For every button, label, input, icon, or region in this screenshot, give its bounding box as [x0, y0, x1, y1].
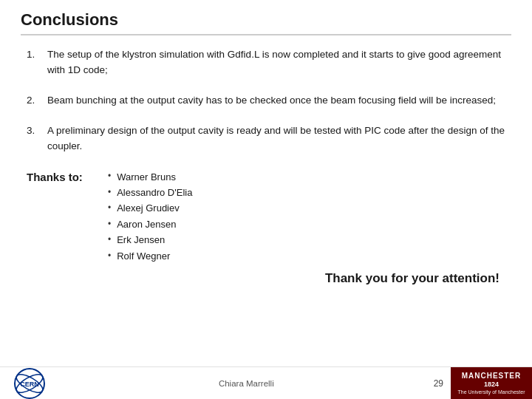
- thanks-item-4: •Aaron Jensen: [108, 216, 192, 232]
- footer: CERN Chiara Marrelli 29 MANCHESTER 1824 …: [0, 366, 532, 399]
- conclusions-list: 1. The setup of the klystron simulation …: [27, 47, 505, 154]
- presenter-name: Chiara Marrelli: [59, 379, 434, 388]
- bullet-6: •: [108, 249, 111, 264]
- bullet-2: •: [108, 185, 111, 200]
- item-text-2: Beam bunching at the output cavity has t…: [47, 93, 496, 109]
- manchester-year: 1824: [457, 381, 525, 389]
- item-number-1: 1.: [27, 47, 47, 78]
- manchester-name: MANCHESTER: [457, 371, 525, 381]
- conclusion-item-2: 2. Beam bunching at the output cavity ha…: [27, 93, 505, 109]
- title-section: Conclusions: [21, 10, 511, 35]
- thanks-item-2: •Alessandro D'Elia: [108, 185, 192, 200]
- manchester-logo: MANCHESTER 1824 The University of Manche…: [451, 367, 532, 400]
- bullet-4: •: [108, 217, 111, 232]
- thanks-item-3: •Alexej Grudiev: [108, 200, 192, 216]
- thank-you-text: Thank you for your attention!: [27, 271, 505, 286]
- svg-text:CERN: CERN: [20, 381, 39, 388]
- footer-middle: Chiara Marrelli: [59, 379, 434, 388]
- thanks-label: Thanks to:: [27, 169, 108, 265]
- conclusion-item-1: 1. The setup of the klystron simulation …: [27, 47, 505, 78]
- thanks-item-1: •Warner Bruns: [108, 169, 192, 185]
- cern-logo-area: CERN: [0, 367, 59, 400]
- footer-right-area: 29 MANCHESTER 1824 The University of Man…: [434, 367, 532, 400]
- manchester-text: MANCHESTER 1824 The University of Manche…: [457, 371, 525, 396]
- bullet-1: •: [108, 169, 111, 184]
- page-number: 29: [434, 378, 451, 389]
- item-number-3: 3.: [27, 123, 47, 154]
- thanks-item-6: •Rolf Wegner: [108, 248, 192, 264]
- bullet-3: •: [108, 201, 111, 216]
- conclusion-item-3: 3. A preliminary design of the output ca…: [27, 123, 505, 154]
- content-area: 1. The setup of the klystron simulation …: [21, 47, 511, 286]
- thanks-list: •Warner Bruns •Alessandro D'Elia •Alexej…: [108, 169, 192, 265]
- item-text-1: The setup of the klystron simulation wit…: [47, 47, 505, 78]
- slide-title: Conclusions: [21, 10, 511, 30]
- slide-container: Conclusions 1. The setup of the klystron…: [0, 0, 532, 399]
- cern-logo-icon: CERN: [13, 367, 46, 400]
- item-number-2: 2.: [27, 93, 47, 109]
- thanks-item-5: •Erk Jensen: [108, 232, 192, 248]
- manchester-full: The University of Manchester: [457, 389, 525, 395]
- bullet-5: •: [108, 233, 111, 248]
- thanks-section: Thanks to: •Warner Bruns •Alessandro D'E…: [27, 169, 505, 265]
- item-text-3: A preliminary design of the output cavit…: [47, 123, 505, 154]
